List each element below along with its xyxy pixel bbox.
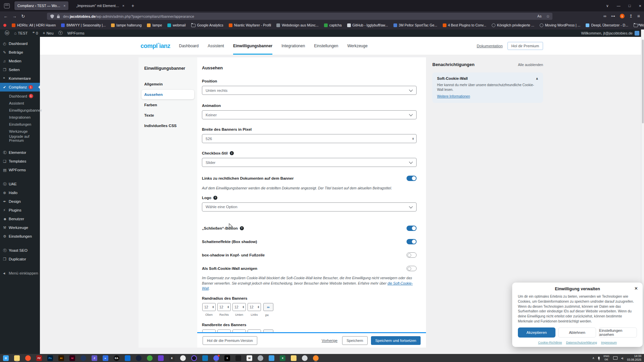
reload-icon[interactable]: ↻	[19, 14, 28, 19]
share-icon[interactable]: ↥	[629, 14, 633, 18]
shield-icon[interactable]	[50, 14, 54, 18]
help-icon[interactable]: ?	[213, 196, 217, 200]
number-spinner[interactable]: ▲▼	[227, 306, 229, 308]
language-indicator[interactable]: ENGDE	[603, 355, 609, 361]
wikipedia-icon[interactable]: W	[247, 355, 252, 361]
menu-icon[interactable]: ≡	[637, 13, 640, 19]
window-maximize-icon[interactable]: □	[629, 4, 631, 8]
tab-close-icon[interactable]: ×	[63, 4, 65, 8]
start-button[interactable]: ⊞	[3, 355, 9, 361]
help-icon[interactable]: ?	[240, 226, 244, 230]
photoshop-icon[interactable]: Ps	[47, 355, 53, 361]
extension-infinity-icon[interactable]: ∞	[603, 14, 606, 18]
sidebar-item[interactable]: Ⓤ UAE	[0, 180, 40, 188]
admin-bar-site[interactable]: ⌂TEST	[14, 31, 28, 36]
view-settings-button[interactable]: Einstellungen ansehen	[599, 327, 637, 338]
legal-links-toggle[interactable]	[407, 176, 417, 181]
checkbox-style-select[interactable]: Slider	[202, 158, 417, 167]
more-info-link[interactable]: Weitere Informationen	[437, 95, 470, 98]
sidebar-item[interactable]: ❒ Duplicator	[0, 255, 40, 263]
sidebar-subitem[interactable]: Werkzeuge	[0, 128, 40, 135]
admin-bar-comments[interactable]: ❝0	[33, 31, 38, 36]
excel-icon[interactable]: X	[280, 355, 285, 361]
epic-games-icon[interactable]: E	[169, 355, 175, 361]
browser-tab-active[interactable]: Complianz ‹ TEST — WordPress ×	[14, 1, 68, 10]
previous-link[interactable]: Vorherige	[322, 339, 337, 343]
bookmark[interactable]: lampe halterung	[111, 23, 142, 27]
bookmark[interactable]: captcha	[324, 23, 342, 27]
bookmark[interactable]: 3M Peltor SportTac Ge...	[393, 23, 437, 27]
animation-select[interactable]: Keiner	[202, 110, 417, 119]
complianz-nav-tab[interactable]: Dashboard	[179, 37, 199, 55]
ring-app-icon[interactable]	[191, 355, 197, 361]
clock[interactable]: 14:3303.08.2025	[627, 354, 641, 361]
complianz-nav-tab[interactable]: Einwilligungsbanner	[233, 37, 272, 55]
bookmark[interactable]: BMWYY | Seasonality |...	[61, 23, 106, 27]
translate-icon[interactable]: Aa	[537, 14, 541, 18]
complianz-nav-tab[interactable]: Einstellungen	[314, 37, 338, 55]
admin-bar-account[interactable]: Willkommen, jt@jacobtobies.de	[581, 31, 639, 36]
complianz-nav-tab[interactable]: Assistent	[208, 37, 224, 55]
save-button[interactable]: Speichern	[342, 336, 368, 345]
sidebar-item[interactable]: ⚙ Einstellungen	[0, 232, 40, 241]
new-tab-button[interactable]: +	[131, 3, 134, 8]
sidebar-item[interactable]: Ⓨ Yoast SEO	[0, 246, 40, 255]
get-premium-button[interactable]: Hol dir Premium	[507, 42, 543, 50]
subnav-item[interactable]: Aussehen	[142, 90, 194, 99]
folder-icon[interactable]	[291, 355, 297, 361]
bookmark[interactable]: Königlich privilegierte ...	[492, 23, 534, 27]
sidebar-item[interactable]: ✎ Beiträge	[0, 48, 40, 57]
url-bar[interactable]: dev.jacobtobies.de/wp-admin/admin.php?pa…	[47, 13, 552, 20]
notes-app-icon[interactable]	[269, 355, 274, 361]
wp-logo-icon[interactable]: Ⓦ	[5, 30, 9, 36]
box-shadow-toggle[interactable]	[407, 239, 417, 244]
sidebar-item[interactable]: ☻ Benutzer	[0, 215, 40, 223]
sidebar-item[interactable]: ✒ Design	[0, 197, 40, 206]
extension-key-icon[interactable]: ⊶	[611, 14, 615, 18]
bookmark[interactable]: GitHub - Igglybuff/aw...	[347, 23, 388, 27]
tab-close-icon[interactable]: ×	[122, 4, 124, 8]
sidebar-item[interactable]: ❏ Templates	[0, 157, 40, 166]
sidebar-item[interactable]: ❝ Kommentare	[0, 74, 40, 83]
vscode-icon[interactable]	[202, 355, 208, 361]
bookmark[interactable]: webmail	[167, 23, 186, 27]
bookmark[interactable]	[3, 24, 6, 27]
file-explorer-icon[interactable]	[14, 355, 20, 361]
tray-chevron-icon[interactable]: ∧	[592, 356, 595, 360]
unit-select[interactable]: px	[265, 313, 271, 317]
radius-input[interactable]: 12 ▲▼	[217, 303, 231, 311]
ea-icon[interactable]: EA	[114, 355, 119, 361]
sidebar-subitem[interactable]: Einstellungen	[0, 121, 40, 128]
logo-select[interactable]: Wähle eine Option	[202, 202, 417, 212]
number-spinner[interactable]: ▲▼	[212, 306, 214, 308]
speaker-icon[interactable]: ◂)	[621, 357, 624, 360]
subnav-item[interactable]: Texte	[139, 111, 197, 120]
filezilla-icon[interactable]: FZ	[36, 355, 42, 361]
number-spinner[interactable]: ▲▼	[412, 137, 414, 140]
bookmarks-overflow-icon[interactable]: »	[638, 22, 640, 27]
bookmark[interactable]: HDRIs: All | HDRI Haven	[12, 23, 56, 27]
sidebar-subitem[interactable]: Integrationen	[0, 114, 40, 121]
subnav-item[interactable]: Individuelles CSS	[139, 121, 197, 130]
link-values-button[interactable]: ∞	[263, 303, 273, 311]
save-continue-button[interactable]: Speichern und fortsetzen	[371, 336, 421, 345]
extension-badge-icon[interactable]: 1	[620, 14, 625, 18]
brave-icon[interactable]	[25, 355, 31, 361]
accept-button[interactable]: Akzeptieren	[518, 327, 555, 338]
sidebar-item[interactable]: ⚒ Werkzeuge	[0, 223, 40, 232]
admin-bar-new[interactable]: +Neu	[43, 31, 54, 36]
bookmark[interactable]: Niantic Wayfarer - Profil	[229, 23, 271, 27]
number-spinner[interactable]: ▲▼	[242, 306, 245, 308]
tab-list-caret-icon[interactable]: ∨	[606, 4, 609, 8]
window-close-icon[interactable]: ×	[639, 3, 641, 8]
subnav-item[interactable]: Allgemein	[139, 79, 197, 89]
admin-bar-wpforms[interactable]: WPForms	[67, 31, 85, 35]
sidebar-item[interactable]: ✔ Complianz 1	[0, 83, 40, 92]
firefox-icon[interactable]	[313, 355, 319, 361]
close-button-toggle[interactable]	[407, 226, 417, 231]
z-app-icon[interactable]: Z	[92, 355, 97, 361]
bookmark[interactable]: 4 Best Plugins to Conv...	[443, 23, 486, 27]
bookmark[interactable]: Google Analytics	[191, 23, 223, 27]
x-app-icon[interactable]: X	[224, 355, 230, 361]
soft-cookie-wall-toggle[interactable]	[407, 266, 417, 271]
